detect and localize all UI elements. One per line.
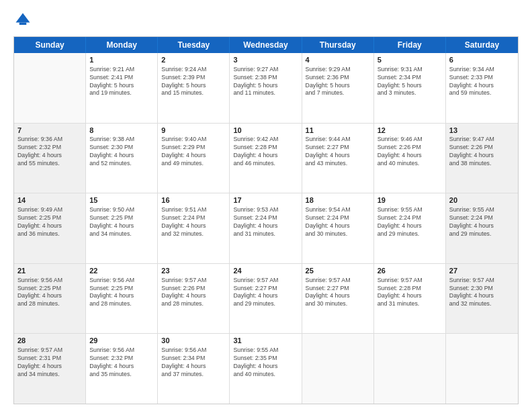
day-number: 2 — [161, 55, 226, 65]
calendar-cell: 24Sunrise: 9:57 AM Sunset: 2:27 PM Dayli… — [230, 264, 302, 334]
day-number: 4 — [306, 55, 370, 65]
day-info: Sunrise: 9:56 AM Sunset: 2:34 PM Dayligh… — [161, 347, 226, 379]
day-number: 1 — [89, 55, 154, 65]
calendar-cell: 30Sunrise: 9:56 AM Sunset: 2:34 PM Dayli… — [158, 334, 230, 404]
calendar-cell: 19Sunrise: 9:55 AM Sunset: 2:24 PM Dayli… — [374, 193, 446, 263]
day-number: 20 — [449, 195, 515, 205]
calendar-cell: 25Sunrise: 9:57 AM Sunset: 2:27 PM Dayli… — [302, 264, 374, 334]
day-info: Sunrise: 9:38 AM Sunset: 2:30 PM Dayligh… — [89, 136, 154, 168]
day-info: Sunrise: 9:55 AM Sunset: 2:24 PM Dayligh… — [378, 206, 442, 238]
day-info: Sunrise: 9:56 AM Sunset: 2:32 PM Dayligh… — [89, 347, 154, 379]
day-number: 6 — [449, 55, 515, 65]
day-info: Sunrise: 9:31 AM Sunset: 2:34 PM Dayligh… — [378, 66, 442, 98]
calendar-week-4: 21Sunrise: 9:56 AM Sunset: 2:25 PM Dayli… — [14, 263, 518, 334]
day-info: Sunrise: 9:49 AM Sunset: 2:25 PM Dayligh… — [17, 206, 82, 238]
day-info: Sunrise: 9:57 AM Sunset: 2:30 PM Dayligh… — [449, 277, 515, 309]
calendar-cell: 6Sunrise: 9:34 AM Sunset: 2:33 PM Daylig… — [446, 53, 518, 123]
day-number: 21 — [17, 266, 82, 276]
calendar-header: SundayMondayTuesdayWednesdayThursdayFrid… — [14, 37, 518, 53]
day-info: Sunrise: 9:34 AM Sunset: 2:33 PM Dayligh… — [449, 66, 515, 98]
day-info: Sunrise: 9:24 AM Sunset: 2:39 PM Dayligh… — [161, 66, 226, 98]
day-info: Sunrise: 9:29 AM Sunset: 2:36 PM Dayligh… — [306, 66, 370, 98]
header-day-sunday: Sunday — [14, 37, 86, 53]
logo-icon — [13, 11, 32, 30]
day-number: 30 — [161, 336, 226, 346]
calendar-cell: 16Sunrise: 9:51 AM Sunset: 2:24 PM Dayli… — [158, 193, 230, 263]
calendar-cell: 31Sunrise: 9:55 AM Sunset: 2:35 PM Dayli… — [230, 334, 302, 404]
header-day-monday: Monday — [86, 37, 158, 53]
calendar-cell: 23Sunrise: 9:57 AM Sunset: 2:26 PM Dayli… — [158, 264, 230, 334]
day-number: 14 — [17, 195, 82, 205]
calendar-cell — [446, 334, 518, 404]
svg-marker-0 — [16, 13, 30, 23]
page: SundayMondayTuesdayWednesdayThursdayFrid… — [0, 0, 532, 411]
day-info: Sunrise: 9:57 AM Sunset: 2:26 PM Dayligh… — [161, 277, 226, 309]
day-info: Sunrise: 9:46 AM Sunset: 2:26 PM Dayligh… — [378, 136, 442, 168]
day-info: Sunrise: 9:57 AM Sunset: 2:28 PM Dayligh… — [378, 277, 442, 309]
day-number: 19 — [378, 195, 442, 205]
logo — [13, 11, 35, 30]
calendar-cell: 11Sunrise: 9:44 AM Sunset: 2:27 PM Dayli… — [302, 124, 374, 193]
calendar-cell: 4Sunrise: 9:29 AM Sunset: 2:36 PM Daylig… — [302, 53, 374, 123]
header-day-friday: Friday — [374, 37, 446, 53]
day-info: Sunrise: 9:50 AM Sunset: 2:25 PM Dayligh… — [89, 206, 154, 238]
day-number: 28 — [17, 336, 82, 346]
calendar-cell: 20Sunrise: 9:55 AM Sunset: 2:24 PM Dayli… — [446, 193, 518, 263]
calendar-week-1: 1Sunrise: 9:21 AM Sunset: 2:41 PM Daylig… — [14, 53, 518, 123]
calendar-body: 1Sunrise: 9:21 AM Sunset: 2:41 PM Daylig… — [14, 53, 518, 404]
day-info: Sunrise: 9:47 AM Sunset: 2:26 PM Dayligh… — [449, 136, 515, 168]
calendar-week-5: 28Sunrise: 9:57 AM Sunset: 2:31 PM Dayli… — [14, 333, 518, 404]
calendar-cell — [374, 334, 446, 404]
calendar-cell: 9Sunrise: 9:40 AM Sunset: 2:29 PM Daylig… — [158, 124, 230, 193]
calendar-cell: 7Sunrise: 9:36 AM Sunset: 2:32 PM Daylig… — [14, 124, 86, 193]
calendar-cell: 26Sunrise: 9:57 AM Sunset: 2:28 PM Dayli… — [374, 264, 446, 334]
day-number: 7 — [17, 126, 82, 136]
day-info: Sunrise: 9:51 AM Sunset: 2:24 PM Dayligh… — [161, 206, 226, 238]
calendar-cell: 2Sunrise: 9:24 AM Sunset: 2:39 PM Daylig… — [158, 53, 230, 123]
calendar-cell: 10Sunrise: 9:42 AM Sunset: 2:28 PM Dayli… — [230, 124, 302, 193]
day-info: Sunrise: 9:40 AM Sunset: 2:29 PM Dayligh… — [161, 136, 226, 168]
day-number: 5 — [378, 55, 442, 65]
day-info: Sunrise: 9:42 AM Sunset: 2:28 PM Dayligh… — [233, 136, 298, 168]
calendar-cell: 3Sunrise: 9:27 AM Sunset: 2:38 PM Daylig… — [230, 53, 302, 123]
calendar-week-3: 14Sunrise: 9:49 AM Sunset: 2:25 PM Dayli… — [14, 193, 518, 263]
header-day-wednesday: Wednesday — [230, 37, 302, 53]
calendar-cell: 14Sunrise: 9:49 AM Sunset: 2:25 PM Dayli… — [14, 193, 86, 263]
calendar-cell — [302, 334, 374, 404]
day-number: 25 — [306, 266, 370, 276]
day-info: Sunrise: 9:57 AM Sunset: 2:27 PM Dayligh… — [233, 277, 298, 309]
day-number: 15 — [89, 195, 154, 205]
calendar-cell: 27Sunrise: 9:57 AM Sunset: 2:30 PM Dayli… — [446, 264, 518, 334]
day-info: Sunrise: 9:27 AM Sunset: 2:38 PM Dayligh… — [233, 66, 298, 98]
day-number: 24 — [233, 266, 298, 276]
header-day-thursday: Thursday — [302, 37, 374, 53]
calendar-cell: 17Sunrise: 9:53 AM Sunset: 2:24 PM Dayli… — [230, 193, 302, 263]
day-info: Sunrise: 9:44 AM Sunset: 2:27 PM Dayligh… — [306, 136, 370, 168]
calendar-cell: 12Sunrise: 9:46 AM Sunset: 2:26 PM Dayli… — [374, 124, 446, 193]
header-day-tuesday: Tuesday — [158, 37, 230, 53]
day-info: Sunrise: 9:56 AM Sunset: 2:25 PM Dayligh… — [17, 277, 82, 309]
day-number: 16 — [161, 195, 226, 205]
day-number: 29 — [89, 336, 154, 346]
day-number: 11 — [306, 126, 370, 136]
day-info: Sunrise: 9:53 AM Sunset: 2:24 PM Dayligh… — [233, 206, 298, 238]
calendar-cell: 13Sunrise: 9:47 AM Sunset: 2:26 PM Dayli… — [446, 124, 518, 193]
day-info: Sunrise: 9:55 AM Sunset: 2:35 PM Dayligh… — [233, 347, 298, 379]
day-info: Sunrise: 9:56 AM Sunset: 2:25 PM Dayligh… — [89, 277, 154, 309]
day-info: Sunrise: 9:21 AM Sunset: 2:41 PM Dayligh… — [89, 66, 154, 98]
calendar-cell: 8Sunrise: 9:38 AM Sunset: 2:30 PM Daylig… — [86, 124, 158, 193]
day-number: 17 — [233, 195, 298, 205]
calendar-cell: 28Sunrise: 9:57 AM Sunset: 2:31 PM Dayli… — [14, 334, 86, 404]
day-number: 3 — [233, 55, 298, 65]
day-number: 18 — [306, 195, 370, 205]
day-info: Sunrise: 9:54 AM Sunset: 2:24 PM Dayligh… — [306, 206, 370, 238]
calendar-cell: 1Sunrise: 9:21 AM Sunset: 2:41 PM Daylig… — [86, 53, 158, 123]
calendar-cell: 29Sunrise: 9:56 AM Sunset: 2:32 PM Dayli… — [86, 334, 158, 404]
svg-rect-1 — [19, 23, 27, 26]
calendar-cell: 5Sunrise: 9:31 AM Sunset: 2:34 PM Daylig… — [374, 53, 446, 123]
day-number: 9 — [161, 126, 226, 136]
calendar-cell: 21Sunrise: 9:56 AM Sunset: 2:25 PM Dayli… — [14, 264, 86, 334]
day-info: Sunrise: 9:55 AM Sunset: 2:24 PM Dayligh… — [449, 206, 515, 238]
calendar: SundayMondayTuesdayWednesdayThursdayFrid… — [13, 36, 519, 404]
day-number: 13 — [449, 126, 515, 136]
